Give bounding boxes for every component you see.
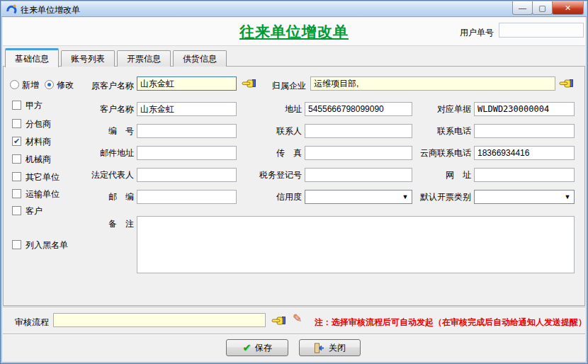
address-label: 地址 [234, 104, 302, 114]
exit-door-icon [314, 343, 325, 353]
invoice-type-select[interactable]: ▼ [474, 190, 575, 204]
cloud-phone-field[interactable] [474, 146, 575, 160]
remark-label: 备 注 [72, 219, 134, 229]
legal-rep-field[interactable] [137, 168, 237, 182]
checkbox-customer-label: 客户 [26, 206, 43, 216]
doc-no-field[interactable] [474, 102, 575, 116]
website-label: 网 址 [397, 170, 471, 180]
fax-label: 传 真 [234, 148, 302, 158]
tab-basic-info-label: 基础信息 [15, 54, 49, 64]
audit-note: 注：选择审核流程后可自动发起（在审核完成后自动给通知人发送提醒） [315, 317, 587, 329]
window-controls: — ▢ ✕ [513, 1, 584, 15]
remark-textarea[interactable] [137, 216, 575, 273]
tab-account-list[interactable]: 账号列表 [61, 50, 115, 67]
checkbox-material-supplier[interactable]: ✔ [12, 137, 21, 146]
user-no-label: 用户单号 [460, 27, 494, 39]
credit-select[interactable]: ▼ [305, 190, 412, 204]
email-field[interactable] [137, 146, 237, 160]
address-field[interactable] [305, 102, 412, 116]
phone-field[interactable] [474, 124, 575, 138]
tax-no-field[interactable] [305, 168, 412, 182]
maximize-button[interactable]: ▢ [532, 1, 553, 15]
sign-pen-icon[interactable]: ✎ [293, 313, 302, 324]
checkbox-transport-unit-label: 运输单位 [26, 189, 60, 199]
checkbox-material-supplier-label: 材料商 [26, 137, 51, 147]
radio-new[interactable] [10, 80, 19, 89]
tab-bar: 基础信息 账号列表 开票信息 供货信息 [5, 47, 229, 67]
invoice-type-label: 默认开票类别 [397, 192, 471, 202]
window-close-button[interactable]: ✕ [552, 1, 584, 15]
code-field[interactable] [137, 124, 237, 138]
user-no-field[interactable] [499, 23, 584, 38]
radio-modify[interactable] [45, 80, 54, 89]
tab-account-list-label: 账号列表 [71, 54, 105, 64]
orig-customer-lookup-hand-icon[interactable] [242, 78, 256, 89]
customer-name-label: 客户名称 [72, 104, 134, 114]
cloud-phone-label: 云商联系电话 [397, 148, 471, 158]
audit-flow-field[interactable] [53, 313, 266, 327]
doc-no-label: 对应单据 [397, 104, 471, 114]
tab-basic-info[interactable]: 基础信息 [5, 48, 59, 67]
checkbox-blacklist-label: 列入黑名单 [26, 240, 68, 250]
customer-name-field[interactable] [137, 102, 237, 116]
check-icon: ✔ [13, 137, 20, 145]
checkbox-machinery-supplier[interactable] [12, 154, 21, 164]
contact-label: 联系人 [234, 126, 302, 136]
tab-invoice-info[interactable]: 开票信息 [117, 50, 171, 67]
tab-invoice-info-label: 开票信息 [127, 54, 161, 64]
titlebar: 往来单位增改单 — ▢ ✕ [1, 1, 587, 17]
save-button[interactable]: ✔ 保存 [226, 339, 288, 356]
radio-new-label: 新增 [22, 80, 39, 90]
audit-flow-label: 审核流程 [15, 317, 49, 327]
app-icon [6, 4, 17, 15]
company-lookup-hand-icon[interactable] [559, 78, 574, 89]
checkbox-party-a[interactable] [12, 101, 21, 110]
divider [3, 307, 585, 308]
checkbox-customer[interactable] [12, 206, 21, 215]
code-label: 编 号 [72, 126, 134, 136]
save-button-label: 保存 [255, 342, 272, 354]
tax-no-label: 税务登记号 [234, 170, 302, 180]
fax-field[interactable] [305, 146, 412, 160]
checkbox-party-a-label: 甲方 [26, 101, 43, 110]
company-field[interactable] [310, 76, 555, 91]
tab-supply-info[interactable]: 供货信息 [173, 50, 227, 67]
checkbox-blacklist[interactable] [12, 240, 21, 249]
checkbox-subcontractor[interactable] [12, 119, 21, 128]
checkbox-subcontractor-label: 分包商 [26, 119, 51, 129]
postcode-label: 邮 编 [72, 192, 134, 202]
legal-rep-label: 法定代表人 [72, 170, 134, 180]
orig-customer-name-label: 原客户名称 [91, 81, 134, 91]
tab-supply-info-label: 供货信息 [183, 54, 217, 64]
close-button-label: 关闭 [329, 342, 346, 354]
orig-customer-name-field[interactable] [137, 76, 237, 91]
checkbox-machinery-supplier-label: 机械商 [26, 154, 51, 164]
checkbox-other-unit[interactable] [12, 172, 21, 181]
checkbox-other-unit-label: 其它单位 [26, 172, 60, 182]
save-check-icon: ✔ [242, 341, 251, 354]
postcode-field[interactable] [137, 190, 237, 204]
chevron-down-icon: ▼ [562, 193, 572, 200]
close-button[interactable]: 关闭 [299, 339, 361, 356]
page-title: 往来单位增改单 [3, 22, 585, 42]
credit-label: 信用度 [234, 192, 302, 202]
checkbox-transport-unit[interactable] [12, 189, 21, 198]
window-title: 往来单位增改单 [21, 4, 80, 16]
audit-lookup-hand-icon[interactable] [271, 315, 286, 326]
window: 往来单位增改单 — ▢ ✕ 往来单位增改单 用户单号 基础信息 账号列表 开票信… [0, 0, 588, 364]
company-label: 归属企业 [272, 81, 306, 91]
website-field[interactable] [474, 168, 575, 182]
minimize-button[interactable]: — [512, 1, 533, 15]
email-label: 邮件地址 [72, 148, 134, 158]
phone-label: 联系电话 [397, 126, 471, 136]
divider [3, 334, 585, 335]
contact-field[interactable] [305, 124, 412, 138]
header-band: 往来单位增改单 用户单号 [3, 18, 585, 46]
radio-modify-label: 修改 [57, 80, 74, 90]
